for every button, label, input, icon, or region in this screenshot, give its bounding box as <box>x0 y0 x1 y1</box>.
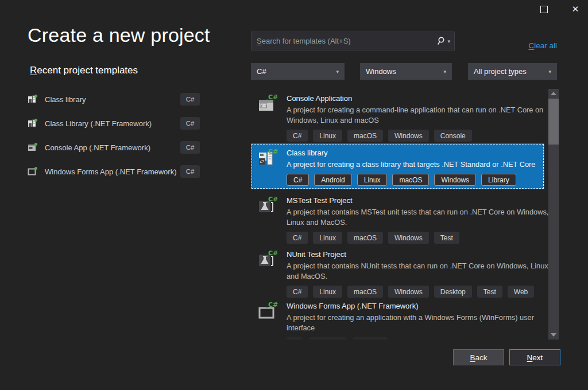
language-badge: C# <box>180 165 200 178</box>
tag-badge: C# <box>287 130 308 142</box>
tag-badge: Test <box>434 232 459 244</box>
class-library-icon: C# <box>257 148 278 169</box>
template-list: C:\ C# Console Application A project for… <box>251 89 548 340</box>
scroll-down-button[interactable] <box>548 330 559 340</box>
maximize-icon <box>540 6 548 13</box>
language-badge: C# <box>180 117 200 130</box>
triangle-down-icon <box>551 333 556 337</box>
template-tags-clipped <box>287 337 538 340</box>
class-library-icon <box>28 94 38 104</box>
recent-item-class-library-netfw[interactable]: Class Library (.NET Framework) C# <box>28 116 200 131</box>
recent-item-console-app-netfw[interactable]: Console App (.NET Framework) C# <box>28 140 200 155</box>
template-item-console-application[interactable]: C:\ C# Console Application A project for… <box>251 89 544 142</box>
project-type-filter-dropdown[interactable]: All project types ▾ <box>468 63 557 80</box>
template-name: Console Application <box>287 93 538 103</box>
language-badge: C# <box>180 93 200 106</box>
test-flask-icon: C# <box>257 249 278 270</box>
winforms-icon <box>28 166 38 177</box>
tag-badge: Windows <box>388 130 429 142</box>
tag-badge: macOS <box>347 286 383 298</box>
recent-templates-heading: Recent project templates <box>30 65 138 76</box>
template-name: Windows Forms App (.NET Framework) <box>287 301 538 311</box>
project-type-filter-value: All project types <box>474 67 527 76</box>
scroll-up-button[interactable] <box>548 89 559 98</box>
template-item-class-library[interactable]: C# Class library A project for creating … <box>251 143 544 189</box>
winforms-icon: C# <box>257 301 278 322</box>
recent-item-label: Windows Forms App (.NET Framework) <box>45 167 176 176</box>
platform-filter-dropdown[interactable]: Windows ▾ <box>360 63 452 80</box>
tag-badge: Console <box>434 130 472 142</box>
chevron-down-icon: ▾ <box>443 69 446 75</box>
console-app-icon: C:\ C# <box>257 93 278 114</box>
triangle-up-icon <box>551 92 556 95</box>
recent-item-label: Console App (.NET Framework) <box>45 143 150 152</box>
template-search-input[interactable]: Search for templates (Alt+S) ▾ <box>251 32 455 50</box>
svg-text:C#: C# <box>268 93 278 101</box>
tag-badge: Library <box>481 174 516 186</box>
next-button[interactable]: Next <box>509 349 560 365</box>
language-filter-value: C# <box>257 67 266 76</box>
tag-badge: Web <box>508 286 534 298</box>
template-tags: C#LinuxmacOSWindowsConsole <box>287 130 538 142</box>
svg-text:C#: C# <box>268 301 278 309</box>
template-list-scrollbar[interactable] <box>548 89 559 340</box>
svg-text:C#: C# <box>268 249 278 257</box>
tag-badge: Test <box>477 286 502 298</box>
tag-badge: macOS <box>347 232 383 244</box>
template-name: MSTest Test Project <box>287 196 538 205</box>
clipped-tag-badge <box>309 337 346 340</box>
tag-badge: Linux <box>313 286 342 298</box>
scrollbar-thumb[interactable] <box>548 99 559 145</box>
create-new-project-dialog: ✕ Create a new project Recent project te… <box>0 0 588 390</box>
recent-item-class-library[interactable]: Class library C# <box>28 92 200 107</box>
tag-badge: Windows <box>434 174 476 186</box>
language-badge: C# <box>180 141 200 154</box>
test-flask-icon: C# <box>257 196 278 216</box>
clipped-tag-badge <box>287 337 303 340</box>
svg-text:C#: C# <box>268 148 278 155</box>
recent-template-list: Class library C# Class Library (.NET Fra… <box>28 92 200 188</box>
magnifier-icon <box>436 36 446 46</box>
close-button[interactable]: ✕ <box>563 0 588 18</box>
language-filter-dropdown[interactable]: C# ▾ <box>251 63 345 80</box>
tag-badge: macOS <box>392 174 429 186</box>
template-tags: C#AndroidLinuxmacOSWindowsLibrary <box>287 174 538 186</box>
template-tags: C#LinuxmacOSWindowsTest <box>287 232 538 244</box>
tag-badge: Windows <box>388 286 429 298</box>
template-name: Class library <box>287 148 538 158</box>
recent-item-label: Class Library (.NET Framework) <box>45 119 152 128</box>
search-options-caret-icon[interactable]: ▾ <box>447 38 450 44</box>
back-button[interactable]: Back <box>453 349 504 365</box>
tag-badge: C# <box>287 174 309 186</box>
clipped-tag-badge <box>353 337 388 340</box>
maximize-button[interactable] <box>531 0 556 18</box>
tag-badge: Android <box>314 174 351 186</box>
console-app-icon <box>28 142 38 153</box>
template-description: A project for creating a command-line ap… <box>287 105 548 126</box>
svg-text:C:\: C:\ <box>261 104 268 108</box>
page-title: Create a new project <box>28 24 210 46</box>
chevron-down-icon: ▾ <box>336 69 339 75</box>
tag-badge: Desktop <box>434 286 472 298</box>
template-item-winforms-app[interactable]: C# Windows Forms App (.NET Framework) A … <box>251 297 544 340</box>
search-placeholder: Search for templates (Alt+S) <box>252 37 436 45</box>
recent-item-winforms-netfw[interactable]: Windows Forms App (.NET Framework) C# <box>28 164 200 179</box>
template-item-nunit-test-project[interactable]: C# NUnit Test Project A project that con… <box>251 245 544 298</box>
tag-badge: C# <box>287 286 308 298</box>
template-description: A project that contains MSTest unit test… <box>287 207 548 228</box>
clear-all-link[interactable]: Clear all <box>508 41 557 50</box>
svg-text:C#: C# <box>268 196 278 203</box>
tag-badge: Windows <box>388 232 429 244</box>
chevron-down-icon: ▾ <box>548 69 551 75</box>
tag-badge: macOS <box>347 130 383 142</box>
template-name: NUnit Test Project <box>287 249 538 259</box>
template-description: A project for creating a class library t… <box>287 159 538 170</box>
template-item-mstest-test-project[interactable]: C# MSTest Test Project A project that co… <box>251 191 544 244</box>
tag-badge: Linux <box>313 232 342 244</box>
class-library-icon <box>28 118 38 128</box>
tag-badge: C# <box>287 232 308 244</box>
template-tags: C#LinuxmacOSWindowsDesktopTestWeb <box>287 286 538 298</box>
platform-filter-value: Windows <box>366 67 396 76</box>
close-icon: ✕ <box>572 5 579 14</box>
template-description: A project for creating an application wi… <box>287 313 548 333</box>
